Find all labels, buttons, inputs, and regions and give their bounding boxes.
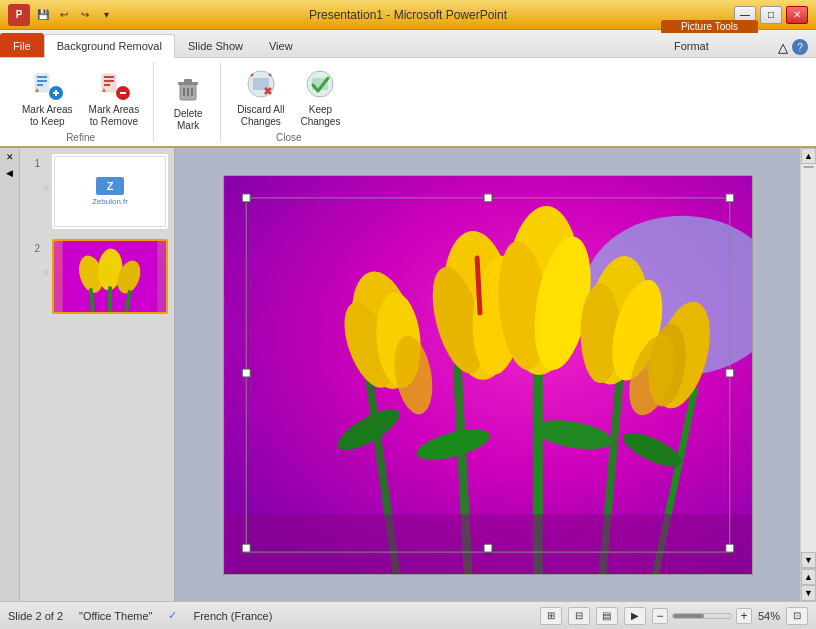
language-info: French (France)	[193, 610, 272, 622]
picture-tools-group: Picture Tools Format	[661, 20, 758, 57]
svg-rect-3	[37, 84, 43, 86]
slide-thumb-2[interactable]	[52, 239, 168, 314]
zoom-level: 54%	[758, 610, 780, 622]
svg-rect-13	[120, 92, 126, 94]
slide-info: Slide 2 of 2	[8, 610, 63, 622]
slide-2-content	[54, 241, 166, 312]
mark-areas-remove-btn[interactable]: Mark Areasto Remove	[83, 62, 146, 132]
zoom-minus-btn[interactable]: −	[652, 608, 668, 624]
discard-icon	[243, 66, 279, 102]
status-left: Slide 2 of 2 "Office Theme" ✓ French (Fr…	[8, 609, 272, 622]
ribbon-group-refine: Mark Areasto Keep Mark Areasto Remove	[8, 62, 154, 142]
refine-buttons: Mark Areasto Keep Mark Areasto Remove	[16, 62, 145, 132]
ribbon-help-icon[interactable]: △	[778, 40, 788, 55]
undo-quick-btn[interactable]: ↩	[55, 6, 73, 24]
svg-rect-68	[484, 193, 492, 201]
title-bar-left: P 💾 ↩ ↪ ▾	[8, 4, 115, 26]
zoom-plus-btn[interactable]: +	[736, 608, 752, 624]
scroll-down-btn[interactable]: ▼	[801, 552, 816, 568]
mark-areas-keep-btn[interactable]: Mark Areasto Keep	[16, 62, 79, 132]
theme-info: "Office Theme"	[79, 610, 152, 622]
status-bar: Slide 2 of 2 "Office Theme" ✓ French (Fr…	[0, 601, 816, 629]
slide-canvas[interactable]	[223, 175, 753, 575]
tab-file[interactable]: File	[0, 33, 44, 57]
close-btn[interactable]: ✕	[786, 6, 808, 24]
slide-number-1: 1	[26, 154, 40, 169]
mark-keep-label: Mark Areasto Keep	[22, 104, 73, 128]
normal-view-btn[interactable]: ⊞	[540, 607, 562, 625]
ribbon-group-delete: DeleteMark	[156, 62, 221, 142]
close-buttons: Discard AllChanges KeepChanges	[231, 62, 346, 132]
zebulon-logo: Z Zebulon.fr	[92, 177, 128, 206]
discard-label: Discard AllChanges	[237, 104, 284, 128]
ppt-logo: P	[8, 4, 30, 26]
picture-tools-tabs: Format	[661, 33, 758, 57]
delete-mark-label: DeleteMark	[174, 108, 203, 132]
window-title: Presentation1 - Microsoft PowerPoint	[309, 8, 507, 22]
language-flag: ✓	[168, 609, 177, 622]
tab-view[interactable]: View	[256, 33, 306, 57]
list-item[interactable]: 1 ☆ Z Zebulon.fr	[24, 152, 170, 231]
reading-view-btn[interactable]: ▤	[596, 607, 618, 625]
svg-rect-73	[484, 544, 492, 552]
tab-format[interactable]: Format	[661, 33, 722, 57]
tab-background-removal[interactable]: Background Removal	[44, 34, 175, 58]
close-label: Close	[276, 132, 302, 145]
scrollbar-vertical: ▲ ▼ ▲ ▼	[800, 148, 816, 601]
delete-mark-icon	[170, 70, 206, 106]
canvas-area	[175, 148, 800, 601]
scroll-track	[801, 164, 816, 552]
status-right: ⊞ ⊟ ▤ ▶ − + 54% ⊡	[540, 607, 808, 625]
slide-thumb-1[interactable]: Z Zebulon.fr	[52, 154, 168, 229]
slide-panel: 1 ☆ Z Zebulon.fr 2 ☆	[20, 148, 175, 601]
ribbon-tabs-row: File Background Removal Slide Show View …	[0, 30, 816, 58]
svg-rect-71	[725, 369, 733, 377]
fit-window-btn[interactable]: ⊡	[786, 607, 808, 625]
mark-keep-icon	[29, 66, 65, 102]
picture-tools-label: Picture Tools	[661, 20, 758, 33]
keep-changes-btn[interactable]: KeepChanges	[294, 62, 346, 132]
slide-star-1: ☆	[42, 154, 50, 192]
slide-sorter-btn[interactable]: ⊟	[568, 607, 590, 625]
discard-changes-btn[interactable]: Discard AllChanges	[231, 62, 290, 132]
svg-rect-10	[104, 80, 114, 82]
svg-rect-17	[184, 79, 192, 83]
scroll-thumb[interactable]	[803, 166, 814, 168]
scroll-up2-btn[interactable]: ▲	[801, 569, 816, 585]
panel-close-btn[interactable]: ✕	[6, 152, 14, 162]
svg-rect-74	[725, 544, 733, 552]
svg-rect-69	[725, 193, 733, 201]
svg-rect-67	[242, 193, 250, 201]
zebulon-text: Zebulon.fr	[92, 197, 128, 206]
panel-collapse-bar: ✕ ◀	[0, 148, 20, 601]
zoom-track[interactable]	[672, 613, 732, 619]
ribbon-question-icon[interactable]: ?	[792, 39, 808, 55]
zoom-slider: − +	[652, 608, 752, 624]
slideshow-btn[interactable]: ▶	[624, 607, 646, 625]
svg-rect-6	[55, 90, 57, 96]
ribbon-content: Mark Areasto Keep Mark Areasto Remove	[0, 58, 816, 148]
ribbon-tabs-right: Picture Tools Format △ ?	[661, 30, 816, 57]
mark-remove-label: Mark Areasto Remove	[89, 104, 140, 128]
svg-rect-11	[104, 84, 110, 86]
dropdown-quick-btn[interactable]: ▾	[97, 6, 115, 24]
list-item[interactable]: 2 ☆	[24, 237, 170, 316]
mark-remove-icon	[96, 66, 132, 102]
save-quick-btn[interactable]: 💾	[34, 6, 52, 24]
scroll-up-btn[interactable]: ▲	[801, 148, 816, 164]
svg-line-23	[251, 74, 253, 76]
svg-rect-70	[242, 369, 250, 377]
maximize-btn[interactable]: □	[760, 6, 782, 24]
svg-rect-34	[108, 286, 112, 312]
delete-buttons: DeleteMark	[164, 62, 212, 140]
tab-slideshow[interactable]: Slide Show	[175, 33, 256, 57]
slide-1-content: Z Zebulon.fr	[54, 156, 166, 227]
delete-mark-btn[interactable]: DeleteMark	[164, 66, 212, 136]
svg-line-24	[269, 74, 271, 76]
refine-label: Refine	[66, 132, 95, 145]
canvas-container	[175, 148, 800, 601]
redo-quick-btn[interactable]: ↪	[76, 6, 94, 24]
keep-icon	[302, 66, 338, 102]
scroll-down2-btn[interactable]: ▼	[801, 585, 816, 601]
panel-collapse-btn[interactable]: ◀	[6, 168, 13, 178]
